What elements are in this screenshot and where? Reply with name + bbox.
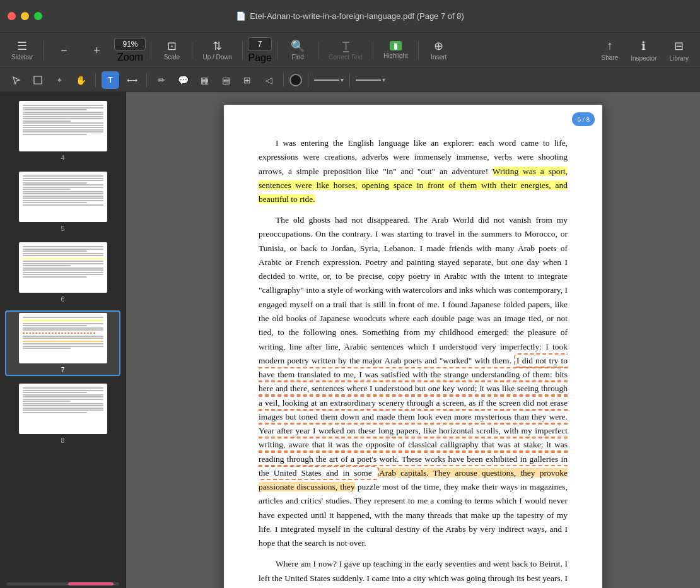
text-select-tool[interactable]: ⌖ [50,71,68,89]
h-scrollbar-track[interactable] [6,582,119,585]
thumbnail-image-4 [19,101,107,151]
table-tool[interactable]: ▦ [195,71,213,89]
page-label: Page [248,52,271,64]
thumbnail-image-5 [19,172,107,222]
paragraph-1: I was entering the English language like… [259,136,568,206]
pdf-text: I was entering the English language like… [259,136,568,588]
scroll-tool[interactable]: ✋ [72,71,90,89]
thumbnail-page-7[interactable]: 7 [5,310,120,376]
p2-text-1: The old ghosts had not disappeared. The … [259,215,568,548]
zoom-in-button[interactable]: + [81,42,112,59]
color-picker[interactable] [289,74,302,86]
title-text: Etel-Adnan-to-write-in-a-foreign-languag… [250,11,464,21]
toolbar-divider-8 [418,41,419,60]
correct-text-button[interactable]: T̲ Correct Text [324,38,368,63]
paragraph-2: The old ghosts had not disappeared. The … [259,213,568,550]
minimize-button[interactable] [21,12,29,20]
pencil-tool[interactable]: ✏ [153,71,170,89]
find-icon: 🔍 [291,40,305,52]
toolbar-divider-5 [277,41,277,60]
toolbar-divider-1 [43,41,44,60]
link-tool[interactable]: ⊞ [238,71,256,89]
share-button[interactable]: ↑ Share [597,37,624,64]
thumbnail-label-6: 6 [61,295,64,303]
sidebar-icon: ☰ [17,40,27,52]
library-button[interactable]: ⊟ Library [664,37,694,64]
library-icon: ⊟ [674,39,684,53]
annotation-toolbar: ⌖ ✋ T ⟷ ✏ 💬 ▦ ▤ ⊞ ◁ ▾ ▾ [0,68,700,92]
ann-divider-4 [308,73,308,87]
thumbnail-page-6[interactable]: 6 [5,240,120,305]
scale-icon: ⊡ [167,40,177,52]
share-label: Share [602,54,619,61]
page-badge: 6 / 8 [572,112,595,126]
main-content: 4 [0,92,700,588]
line-sample [314,79,339,81]
thumbnail-label-8: 8 [61,437,64,444]
sidebar-button[interactable]: ☰ Sidebar [6,38,38,63]
thumbnail-page-5[interactable]: 5 [5,169,120,235]
page-nav-group: Page [248,37,272,64]
share-icon: ↑ [607,39,612,52]
inspector-button[interactable]: ℹ Inspector [626,37,662,64]
thumbnail-image-8 [19,384,107,434]
close-button[interactable] [8,12,16,20]
thumbnail-label-5: 5 [61,225,64,232]
select-tool[interactable] [29,71,47,89]
zoom-in-icon: + [93,45,100,56]
toolbar-divider-2 [151,41,151,60]
correct-text-label: Correct Text [329,54,363,61]
thumbnail-image-7 [19,313,107,363]
text-tool[interactable]: T [102,71,119,89]
library-label: Library [669,55,689,62]
zoom-out-button[interactable]: − [49,42,79,59]
pointer-tool[interactable] [8,71,25,89]
h-scrollbar-thumb [68,582,114,585]
zoom-label: Zoom [117,52,143,63]
window-title: 📄 Etel-Adnan-to-write-in-a-foreign-langu… [236,11,464,21]
comment-tool[interactable]: 💬 [174,71,192,89]
inspector-label: Inspector [631,55,656,62]
ann-divider-5 [349,73,350,87]
scale-button[interactable]: ⊡ Scale [156,38,187,63]
thumbnail-label-7: 7 [61,366,64,373]
markup-tool[interactable]: ⟷ [123,71,141,89]
sidebar-scrollbar [0,579,125,588]
audio-tool[interactable]: ◁ [260,71,277,89]
thumbnail-page-4[interactable]: 4 [5,98,120,164]
zoom-display-group: 91% Zoom [114,38,146,63]
zoom-input[interactable]: 91% [114,38,146,50]
up-down-icon: ⇅ [213,40,222,52]
thumbnail-label-4: 4 [61,154,64,162]
line-dropdown-arrow: ▾ [341,76,344,83]
border-sample [356,79,381,81]
inspector-icon: ℹ [641,39,646,53]
find-button[interactable]: 🔍 Find [283,38,313,63]
border-dropdown-arrow: ▾ [382,76,385,83]
zoom-out-icon: − [61,45,67,56]
pdf-viewer[interactable]: 6 / 8 I was entering the English languag… [126,92,700,588]
border-style-selector[interactable]: ▾ [356,76,385,83]
find-label: Find [291,54,303,61]
page-input[interactable] [248,37,272,51]
thumbnail-image-6 [19,242,107,293]
paragraph-3: Where am I now? I gave up teaching in th… [259,557,568,588]
highlight-label: Highlight [383,52,408,59]
highlight-icon: ▮ [390,41,402,50]
insert-label: Insert [431,54,446,61]
traffic-lights [8,12,42,20]
insert-button[interactable]: ⊕ Insert [424,38,454,63]
ann-divider-1 [95,73,96,87]
maximize-button[interactable] [34,12,42,20]
main-toolbar: ☰ Sidebar − + 91% Zoom ⊡ Scale ⇅ Up / Do… [0,33,700,68]
pdf-page: 6 / 8 I was entering the English languag… [224,105,602,588]
line-style-selector[interactable]: ▾ [314,76,344,83]
thumbnail-page-8[interactable]: 8 [5,381,120,447]
pdf-icon: 📄 [236,11,246,21]
scale-label: Scale [164,54,180,61]
highlight-button[interactable]: ▮ Highlight [378,38,413,62]
sidebar: 4 [0,92,126,588]
up-down-button[interactable]: ⇅ Up / Down [197,38,237,63]
toolbar-divider-6 [318,41,318,60]
inline-table-tool[interactable]: ▤ [217,71,235,89]
